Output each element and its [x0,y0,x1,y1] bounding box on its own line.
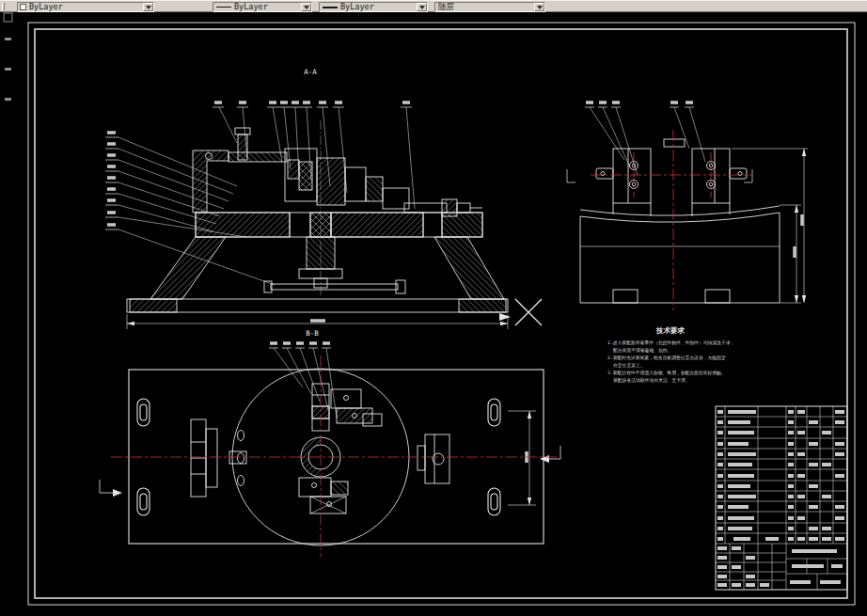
color-combo[interactable]: ByLayer [17,2,154,12]
chevron-down-icon[interactable] [417,3,427,11]
chevron-down-icon[interactable] [301,3,311,11]
section-label-bottom: B-B [306,329,319,338]
tech-line: 2.装配时先试装夹紧，检查压板调整位置合适后，方能固定 [607,355,726,361]
tech-line: 在定位支架上。 [613,362,645,369]
plotstyle-combo[interactable]: 随层 [434,2,545,12]
cad-canvas[interactable]: A-A B-B 技术要求 1.进入装配前所有零件（包括外购件、外协件）均须清洗干… [0,0,867,616]
tech-requirements-title: 技术要求 [655,326,686,335]
color-combo-value: ByLayer [26,3,143,11]
toolbar-grip[interactable] [2,3,5,10]
lineweight-sample-icon [323,7,338,8]
section-label-top: A-A [304,68,317,76]
plotstyle-combo-value: 随层 [435,3,534,11]
tech-line: 3.装配过程中不得混入杂物、铁屑，各配合面应良好接触。 [607,370,726,376]
linetype-combo[interactable]: ByLayer [213,2,312,12]
linetype-combo-value: ByLayer [231,3,301,11]
properties-toolbar: ByLayer ByLayer ByLayer 随层 [0,0,867,12]
lineweight-combo[interactable]: ByLayer [319,2,428,12]
lineweight-combo-value: ByLayer [338,3,417,11]
cad-application-window: ByLayer ByLayer ByLayer 随层 [0,0,867,616]
color-swatch-icon [20,4,26,10]
tech-line: 1.进入装配前所有零件（包括外购件、外协件）均须清洗干净， [607,340,734,346]
linetype-sample-icon [216,7,231,8]
tech-line: 装配后各活动部件动作灵活、无卡滞。 [613,377,690,384]
chevron-down-icon[interactable] [143,3,153,11]
chevron-down-icon[interactable] [534,3,544,11]
tech-line: 配合表面不得有磕碰、划伤。 [613,347,671,354]
